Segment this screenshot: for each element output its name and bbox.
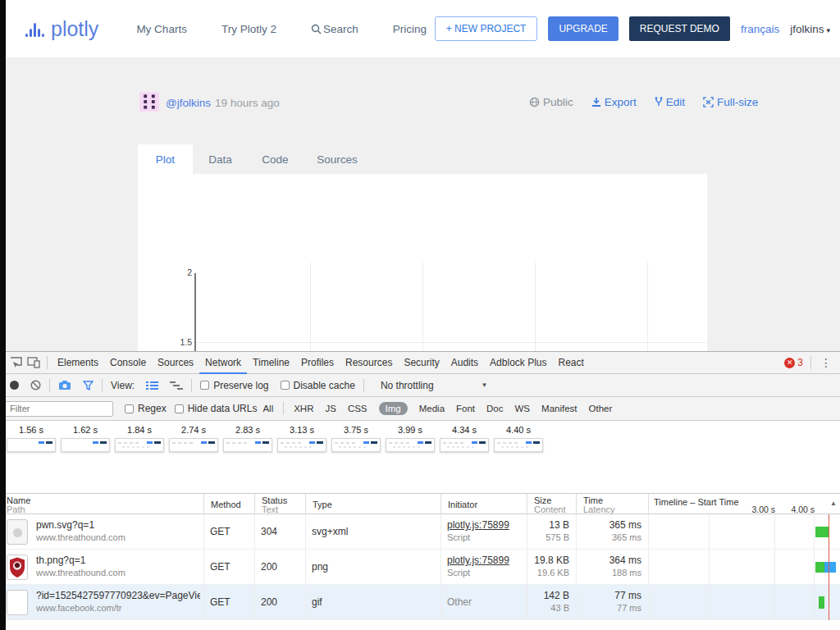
devtools-tab-network[interactable]: Network (199, 352, 247, 374)
filter-input[interactable] (5, 401, 113, 417)
divider (363, 379, 364, 392)
plot-panel[interactable]: 2 1.5 (138, 174, 707, 351)
filmstrip-frame[interactable]: 3.75 s (331, 425, 381, 460)
plotly-logo[interactable]: plotly (25, 19, 98, 39)
request-path: www.facebook.com/tr (36, 603, 122, 613)
tab-sources[interactable]: Sources (303, 144, 372, 174)
devtools-tab-security[interactable]: Security (398, 352, 445, 374)
nav-link-pricing[interactable]: Pricing (393, 23, 427, 35)
filmstrip-frame[interactable]: 4.40 s (494, 425, 543, 460)
column-header-size[interactable]: Size Content (527, 494, 576, 515)
filmstrip-frame[interactable]: 4.34 s (440, 425, 489, 460)
request-row-facebook-pixel[interactable]: ?id=1525427597770923&ev=PageView&dl=http… (0, 585, 840, 620)
error-icon[interactable]: ✕ (784, 358, 795, 368)
request-name: pwn.svg?q=1 (36, 519, 200, 531)
filter-type-img[interactable]: Img (379, 402, 408, 415)
edit-button[interactable]: Edit (655, 96, 685, 108)
initiator-link[interactable]: plotly.js:75899 (447, 555, 509, 566)
checkbox-icon (281, 381, 290, 390)
filter-type-css[interactable]: CSS (348, 404, 368, 413)
devtools-tab-audits[interactable]: Audits (445, 352, 484, 374)
nav-link-try-plotly-2[interactable]: Try Plotly 2 (221, 23, 276, 35)
column-header-time[interactable]: Time Latency (576, 494, 648, 515)
filter-type-media[interactable]: Media (419, 404, 445, 413)
inspect-element-icon[interactable] (7, 354, 25, 372)
sort-arrow-icon[interactable]: ▲ (830, 500, 837, 507)
devtools-tab-console[interactable]: Console (104, 352, 152, 374)
devtools-tab-sources[interactable]: Sources (152, 352, 199, 374)
filmstrip-frame[interactable]: 1.84 s (115, 425, 164, 460)
devtools-tab-elements[interactable]: Elements (52, 352, 104, 374)
timeline-tick-3s: 3.00 s (739, 504, 775, 514)
device-toolbar-icon[interactable] (25, 354, 43, 372)
language-link[interactable]: français (741, 23, 779, 35)
hide-data-urls-checkbox[interactable]: Hide data URLs (175, 403, 258, 414)
export-button[interactable]: Export (591, 96, 637, 108)
show-overview-icon[interactable] (170, 381, 183, 390)
user-menu[interactable]: jfolkins▾ (790, 23, 830, 35)
username-label: jfolkins (790, 23, 824, 35)
filter-type-doc[interactable]: Doc (486, 404, 503, 413)
capture-screenshots-icon[interactable] (58, 380, 71, 390)
regex-label: Regex (138, 403, 167, 414)
devtools-tab-timeline[interactable]: Timeline (247, 352, 295, 374)
filmstrip-frame[interactable]: 1.62 s (61, 425, 110, 460)
request-content-size: 43 B (527, 603, 569, 613)
kebab-menu-icon[interactable]: ⋮ (815, 356, 837, 369)
tab-plot[interactable]: Plot (138, 144, 193, 174)
request-row-pwn-svg[interactable]: pwn.svg?q=1 www.threathound.com GET 304 … (0, 514, 840, 550)
filter-type-manifest[interactable]: Manifest (541, 404, 577, 413)
tab-data[interactable]: Data (193, 144, 248, 174)
disable-cache-checkbox[interactable]: Disable cache (281, 380, 355, 391)
devtools-tab-profiles[interactable]: Profiles (295, 352, 340, 374)
filter-type-ws[interactable]: WS (515, 404, 531, 413)
upgrade-button[interactable]: UPGRADE (548, 16, 618, 41)
request-method: GET (210, 526, 231, 537)
frame-thumbnail (223, 438, 272, 452)
filter-type-js[interactable]: JS (325, 404, 336, 413)
filmstrip-frame[interactable]: 2.83 s (223, 425, 272, 460)
author-link[interactable]: @jfolkins (166, 97, 211, 109)
request-row-th-png[interactable]: th.png?q=1 www.threathound.com GET 200 p… (0, 550, 840, 585)
filter-type-all[interactable]: All (262, 404, 273, 413)
filter-type-xhr[interactable]: XHR (294, 404, 313, 413)
request-demo-button[interactable]: REQUEST DEMO (629, 16, 730, 41)
frame-time: 1.56 s (7, 425, 56, 436)
record-button[interactable] (10, 381, 19, 390)
new-project-button[interactable]: + NEW PROJECT (435, 16, 538, 41)
tab-code[interactable]: Code (248, 144, 303, 174)
throttling-dropdown[interactable]: No throttling ▼ (381, 380, 488, 391)
filmstrip-frame[interactable]: 3.99 s (386, 425, 435, 460)
error-count[interactable]: 3 (797, 357, 803, 368)
filmstrip-frame[interactable]: 1.56 s (7, 425, 56, 460)
devtools-tab-resources[interactable]: Resources (340, 352, 398, 374)
column-header-timeline[interactable]: Timeline – Start Time 3.00 s 4.00 s (648, 494, 840, 515)
request-type: gif (312, 596, 322, 608)
column-header-status[interactable]: Status Text (254, 494, 305, 515)
nav-link-my-charts[interactable]: My Charts (136, 23, 187, 35)
filter-type-font[interactable]: Font (456, 404, 475, 413)
regex-checkbox[interactable]: Regex (125, 403, 167, 414)
devtools-tab-react[interactable]: React (552, 352, 589, 374)
devtools-tab-adblock-plus[interactable]: Adblock Plus (484, 352, 552, 374)
filter-funnel-icon[interactable] (83, 381, 94, 390)
filter-type-other[interactable]: Other (589, 404, 613, 413)
preserve-log-checkbox[interactable]: Preserve log (200, 380, 268, 391)
initiator-link[interactable]: plotly.js:75899 (447, 519, 509, 531)
clear-button[interactable] (30, 380, 41, 390)
avatar[interactable] (139, 92, 159, 112)
request-time: 365 ms (576, 519, 641, 531)
column-header-initiator[interactable]: Initiator (441, 494, 527, 515)
waterfall-bar (824, 562, 836, 573)
nav-links: My Charts Try Plotly 2 Search Pricing He… (136, 23, 483, 35)
filmstrip-frame[interactable]: 2.74 s (169, 425, 218, 460)
column-header-type[interactable]: Type (305, 494, 441, 515)
devtools-tabbar: Elements Console Sources Network Timelin… (0, 352, 840, 374)
nav-link-search[interactable]: Search (311, 23, 358, 35)
column-header-method[interactable]: Method (203, 494, 254, 515)
frame-time: 1.84 s (115, 425, 164, 436)
use-large-rows-icon[interactable] (146, 381, 158, 390)
fullsize-button[interactable]: Full-size (703, 96, 758, 108)
filmstrip-frame[interactable]: 3.13 s (277, 425, 326, 460)
column-header-name[interactable]: Name Path (0, 494, 203, 515)
